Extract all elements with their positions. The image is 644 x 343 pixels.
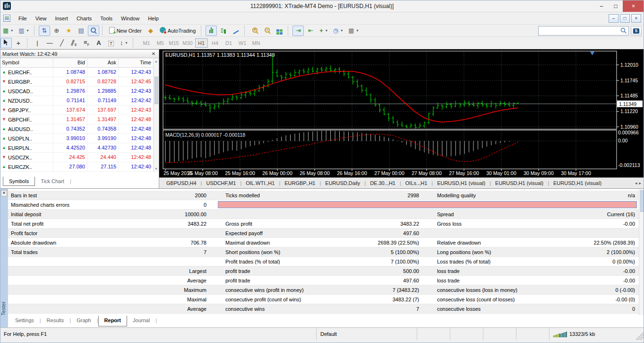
market-watch-close-icon[interactable]: ✕ bbox=[151, 51, 156, 56]
chart-tab[interactable]: OILs..,H1 bbox=[401, 179, 431, 187]
market-watch-row[interactable]: ▼EURGBP..0.827150.8272812:42:45 bbox=[0, 77, 159, 87]
market-watch-button[interactable]: ⇅ bbox=[39, 26, 50, 36]
scroll-up-icon[interactable]: ▲ bbox=[155, 58, 158, 64]
chart-shift-button[interactable]: ⇤ bbox=[305, 26, 316, 36]
menu-item-view[interactable]: View bbox=[31, 14, 51, 23]
strategy-tester-button[interactable] bbox=[88, 26, 99, 36]
child-close-button[interactable]: × bbox=[631, 14, 641, 23]
chart-tab[interactable]: EURUSD,Daily bbox=[321, 179, 364, 187]
timeframe-h4[interactable]: H4 bbox=[209, 38, 222, 48]
menu-item-insert[interactable]: Insert bbox=[51, 14, 72, 23]
vertical-line-button[interactable]: | bbox=[32, 38, 43, 48]
scroll-left-icon[interactable]: ◂ bbox=[635, 181, 637, 185]
timeframe-m15[interactable]: M15 bbox=[168, 38, 180, 48]
menu-item-charts[interactable]: Charts bbox=[72, 14, 96, 23]
scroll-right-icon[interactable]: ▸ bbox=[639, 181, 641, 185]
chart-line-button[interactable] bbox=[230, 26, 241, 36]
close-button[interactable]: × bbox=[623, 0, 644, 12]
chart-tab[interactable]: USDCHF,M1 bbox=[202, 179, 240, 187]
chart-tab[interactable]: GBPUSD,H4 bbox=[162, 179, 201, 187]
chart-bars-button[interactable] bbox=[206, 26, 217, 36]
market-watch-row[interactable]: ▲USDPLN..3.990103.9919012:42:48 bbox=[0, 134, 159, 143]
menu-item-tools[interactable]: Tools bbox=[96, 14, 117, 23]
chart-candles-button[interactable] bbox=[218, 26, 229, 36]
tab-report[interactable]: Report bbox=[98, 316, 127, 326]
tab-results[interactable]: Results bbox=[41, 316, 70, 326]
market-watch-row[interactable]: ▲EURCHF..1.087481.0876212:42:43 bbox=[0, 68, 159, 77]
scroll-down-icon[interactable]: ▼ bbox=[155, 166, 158, 172]
trendline-button[interactable]: ╱ bbox=[56, 38, 68, 48]
status-profile[interactable]: Default bbox=[317, 328, 417, 340]
timeframe-d1[interactable]: D1 bbox=[223, 38, 235, 48]
market-watch-row[interactable]: ▲AUDUSD..0.743520.7435812:42:48 bbox=[0, 124, 159, 134]
column-header-time[interactable]: Time bbox=[119, 58, 154, 67]
tester-scrollbar[interactable] bbox=[639, 189, 644, 315]
price-chart[interactable]: 1.120101.117451.114851.112201.109601.113… bbox=[159, 49, 644, 177]
tab-symbols[interactable]: Symbols bbox=[3, 176, 35, 186]
chart-tab[interactable]: EURGBP.,H1 bbox=[280, 179, 319, 187]
menu-item-file[interactable]: File bbox=[14, 14, 31, 23]
market-watch-scrollbar[interactable]: ▲ ▼ bbox=[153, 58, 159, 172]
timeframe-h1[interactable]: H1 bbox=[195, 38, 208, 48]
chart-tab[interactable]: EURUSD,H1 (visual) bbox=[433, 179, 489, 187]
market-watch-row[interactable]: ▲EURPLN..4.425204.4273012:42:48 bbox=[0, 143, 159, 153]
timeframe-m5[interactable]: M5 bbox=[154, 38, 167, 48]
market-watch-row[interactable]: ▼USDCZK..24.42524.44012:42:48 bbox=[0, 153, 159, 162]
market-watch-row[interactable]: ▲USDCAD..1.298761.2988512:42:43 bbox=[0, 87, 159, 96]
horizontal-line-button[interactable]: — bbox=[44, 38, 55, 48]
cursor-button[interactable] bbox=[0, 38, 12, 48]
status-connection[interactable]: 13323/5 kb bbox=[550, 328, 644, 340]
market-watch-row[interactable]: ▲EURCZK..27.08027.11512:42:40 bbox=[0, 162, 159, 172]
profiles-button[interactable]: ▥▾ bbox=[16, 26, 31, 36]
tab-tick-chart[interactable]: Tick Chart bbox=[35, 177, 70, 185]
child-minimize-button[interactable]: – bbox=[609, 14, 618, 23]
timeframe-m1[interactable]: M1 bbox=[140, 38, 153, 48]
arrows-button[interactable]: ↕▾ bbox=[118, 38, 130, 48]
terminal-button[interactable]: ▤ bbox=[76, 26, 87, 36]
column-header-symbol[interactable]: Symbol bbox=[0, 58, 53, 67]
tester-close-icon[interactable]: ✕ bbox=[1, 190, 7, 196]
timeframe-m30[interactable]: M30 bbox=[181, 38, 194, 48]
menu-item-help[interactable]: Help bbox=[144, 14, 163, 23]
text-button[interactable]: A bbox=[93, 38, 104, 48]
tile-windows-button[interactable] bbox=[274, 26, 285, 36]
column-header-ask[interactable]: Ask bbox=[87, 58, 119, 67]
new-chart-button[interactable]: ▦▾ bbox=[0, 26, 15, 36]
timeframe-mn[interactable]: MN bbox=[250, 38, 263, 48]
chart-tab[interactable]: EURUSD,H1 (visual) bbox=[491, 179, 548, 187]
tester-scrollbar-thumb[interactable] bbox=[640, 190, 644, 212]
indicators-button[interactable]: +▾ bbox=[317, 26, 330, 36]
timeframe-w1[interactable]: W1 bbox=[236, 38, 249, 48]
navigator-button[interactable]: ★ bbox=[63, 26, 75, 36]
crosshair-button[interactable]: + bbox=[13, 38, 24, 48]
notifications-button[interactable]: 5 bbox=[631, 26, 642, 35]
text-label-button[interactable]: T bbox=[105, 38, 117, 48]
market-watch-row[interactable]: ▼GBPJPY..137.674137.69712:42:43 bbox=[0, 106, 159, 115]
minimize-button[interactable]: – bbox=[594, 0, 609, 12]
zoom-out-button[interactable]: − bbox=[261, 26, 273, 36]
child-restore-button[interactable]: □ bbox=[620, 14, 630, 23]
chart-tab[interactable]: EURUSD,H1 (visual) bbox=[549, 179, 606, 187]
periods-button[interactable]: ◷▾ bbox=[331, 26, 345, 36]
scrollbar-thumb[interactable] bbox=[155, 77, 158, 104]
chart-tab[interactable]: OIL.WTI.,H1 bbox=[241, 179, 279, 187]
menu-item-window[interactable]: Window bbox=[117, 14, 144, 23]
market-watch-row[interactable]: ▲NZDUSD..0.711410.7114912:42:42 bbox=[0, 96, 159, 106]
tab-settings[interactable]: Settings bbox=[9, 316, 40, 326]
auto-scroll-button[interactable]: ⇥ bbox=[292, 26, 304, 36]
equidistant-channel-button[interactable]: ∥E bbox=[69, 38, 80, 48]
tab-journal[interactable]: Journal bbox=[127, 316, 155, 326]
column-header-bid[interactable]: Bid bbox=[53, 58, 87, 67]
resize-grip[interactable] bbox=[636, 333, 644, 340]
templates-button[interactable]: ▦▾ bbox=[346, 26, 361, 36]
data-window-button[interactable]: ⊕ bbox=[51, 26, 62, 36]
maximize-button[interactable]: □ bbox=[609, 0, 623, 12]
market-watch-row[interactable]: ▼GBPCHF..1.314571.3149712:42:48 bbox=[0, 115, 159, 124]
fibonacci-button[interactable]: ≡F bbox=[81, 38, 92, 48]
zoom-in-button[interactable]: + bbox=[249, 26, 260, 36]
expert-advisors-button[interactable]: ◆ bbox=[145, 26, 156, 36]
search-icon[interactable] bbox=[620, 27, 627, 35]
chart-tab[interactable]: DE.30..,H1 bbox=[366, 179, 400, 187]
search-input[interactable] bbox=[539, 27, 620, 35]
new-order-button[interactable]: +New Order bbox=[107, 26, 144, 36]
